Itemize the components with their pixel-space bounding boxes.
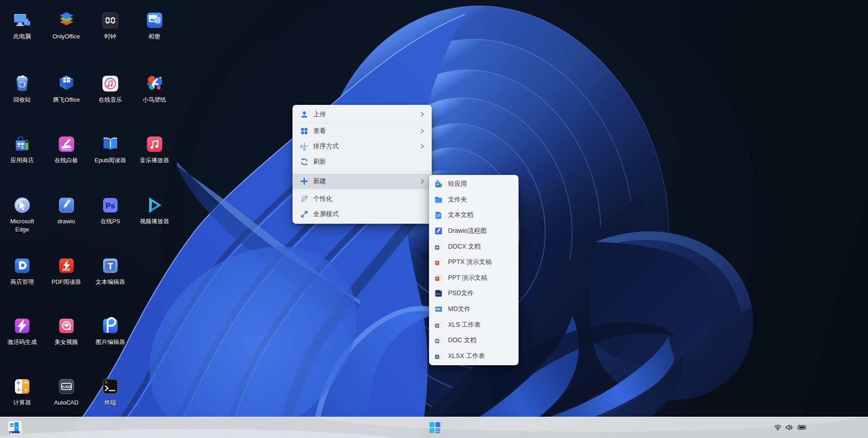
svg-text:PDF: PDF [62, 268, 71, 272]
svg-text:W: W [436, 246, 439, 249]
svg-text:P: P [436, 277, 439, 280]
svg-text:$_: $_ [105, 380, 109, 384]
svg-text:X: X [436, 324, 439, 327]
svg-text:Ps: Ps [436, 292, 441, 296]
svg-text:P: P [436, 261, 439, 264]
svg-text:X: X [436, 355, 439, 358]
svg-text:CAD: CAD [61, 384, 71, 389]
svg-text:W: W [436, 339, 439, 343]
svg-text:T: T [108, 261, 113, 271]
svg-text:Ps: Ps [106, 202, 115, 210]
